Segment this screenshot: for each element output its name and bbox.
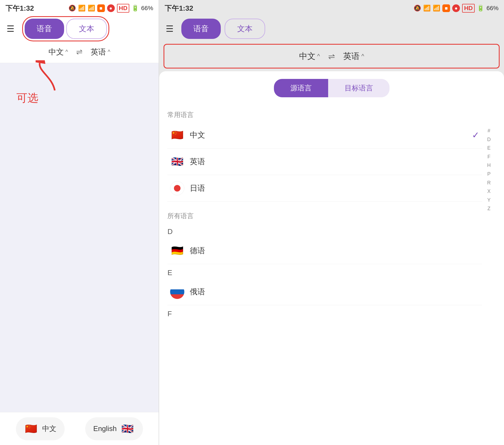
right-battery-pct: 66%	[486, 5, 499, 12]
left-lang-selector: 中文 ^ ⇌ 英语 ^	[0, 41, 159, 63]
right-orange-icon: ■	[445, 5, 448, 11]
wifi-icon: 📶	[78, 5, 85, 12]
right-app-icon-red: ●	[452, 4, 460, 12]
left-status-bar: 下午1:32 🔕 📶 📶 ■ ● HD 🔋 66%	[0, 0, 159, 16]
left-panel: 下午1:32 🔕 📶 📶 ■ ● HD 🔋 66% ☰ 语音 文本 中文 ^	[0, 0, 159, 445]
right-lang-bar-wrapper: 中文 ^ ⇌ 英语 ^	[159, 41, 504, 71]
chinese-name-right: 中文	[190, 130, 472, 140]
alpha-x[interactable]: X	[487, 187, 491, 196]
section-d: D	[167, 223, 482, 238]
alpha-hash[interactable]: #	[488, 127, 490, 135]
lang-row-japanese[interactable]: 日语	[167, 175, 482, 202]
alpha-f[interactable]: F	[488, 153, 491, 161]
app-icon-orange: ■	[97, 4, 105, 12]
russian-name-right: 俄语	[190, 287, 479, 297]
right-red-icon: ●	[455, 5, 458, 11]
right-hd-label: HD	[462, 4, 475, 13]
right-hamburger-icon[interactable]: ☰	[166, 24, 174, 34]
target-lang-label-left: 英语	[91, 47, 106, 57]
right-lang-selector-highlight: 中文 ^ ⇌ 英语 ^	[164, 44, 500, 69]
right-content-sheet: 源语言 目标语言 常用语言 🇨🇳 中文 ✓ 🇬🇧 英语	[159, 71, 504, 445]
right-battery-icon: 🔋	[477, 5, 484, 12]
german-name-right: 德语	[190, 246, 479, 256]
right-swap-icon[interactable]: ⇌	[328, 52, 335, 61]
right-source-label: 中文	[299, 51, 316, 62]
orange-icon-symbol: ■	[99, 5, 102, 11]
check-icon-chinese: ✓	[472, 130, 479, 140]
target-lang-toggle[interactable]: 目标语言	[328, 79, 390, 97]
right-app-icon-orange: ■	[442, 4, 450, 12]
english-flag: 🇬🇧	[121, 422, 135, 436]
source-lang-toggle[interactable]: 源语言	[274, 79, 328, 97]
alpha-p[interactable]: P	[487, 170, 491, 178]
alpha-y[interactable]: Y	[487, 196, 491, 204]
section-f: F	[167, 305, 482, 320]
lang-row-english[interactable]: 🇬🇧 英语	[167, 149, 482, 175]
alpha-d[interactable]: D	[487, 136, 491, 144]
alpha-z[interactable]: Z	[488, 205, 491, 213]
arrow-annotation	[36, 60, 63, 94]
right-status-bar: 下午1:32 🔕 📶 📶 ■ ● HD 🔋 66%	[159, 0, 504, 16]
hamburger-icon[interactable]: ☰	[7, 24, 15, 34]
target-lang-left[interactable]: 英语 ^	[91, 47, 110, 57]
alpha-r[interactable]: R	[487, 179, 491, 187]
alpha-h[interactable]: H	[487, 161, 491, 170]
common-section-header: 常用语言	[167, 105, 482, 122]
left-bottom-bar: 🇨🇳 中文 English 🇬🇧	[0, 412, 159, 445]
left-main-content: 可选	[0, 63, 159, 412]
red-icon-symbol: ●	[109, 5, 112, 11]
left-top-nav: ☰ 语音 文本	[0, 16, 159, 41]
source-lang-label-left: 中文	[48, 47, 64, 57]
right-source-lang[interactable]: 中文 ^	[299, 51, 320, 62]
text-tab-left[interactable]: 文本	[66, 19, 107, 39]
source-lang-left[interactable]: 中文 ^	[48, 47, 68, 57]
right-time: 下午1:32	[165, 4, 193, 13]
source-caret-left: ^	[65, 49, 68, 55]
swap-icon-left[interactable]: ⇌	[76, 47, 82, 56]
japanese-flag-right	[170, 181, 184, 195]
alpha-e[interactable]: E	[487, 144, 491, 152]
right-target-label: 英语	[343, 51, 360, 62]
lang-row-german[interactable]: 🇩🇪 德语	[167, 238, 482, 264]
battery-icon: 🔋	[131, 5, 139, 12]
lang-row-chinese[interactable]: 🇨🇳 中文 ✓	[167, 122, 482, 149]
bottom-english-item[interactable]: English 🇬🇧	[85, 417, 143, 440]
signal-icon: 📶	[88, 5, 95, 12]
chinese-label: 中文	[42, 424, 56, 433]
voice-tab-left[interactable]: 语音	[25, 19, 64, 39]
right-wifi-icon: 📶	[423, 5, 431, 12]
left-status-icons: 🔕 📶 📶 ■ ● HD 🔋 66%	[68, 4, 153, 13]
bottom-chinese-item[interactable]: 🇨🇳 中文	[16, 417, 65, 440]
section-e: E	[167, 264, 482, 279]
hd-label: HD	[117, 4, 130, 13]
right-signal-icon: 📶	[433, 5, 440, 12]
right-target-lang[interactable]: 英语 ^	[343, 51, 364, 62]
right-tabs: 语音 文本	[181, 19, 265, 39]
right-top-nav: ☰ 语音 文本	[159, 16, 504, 41]
text-tab-right[interactable]: 文本	[225, 19, 265, 39]
right-network-icon: 🔕	[414, 5, 421, 12]
english-flag-right: 🇬🇧	[170, 155, 184, 169]
voice-tab-right[interactable]: 语音	[181, 19, 221, 39]
language-list-container: 常用语言 🇨🇳 中文 ✓ 🇬🇧 英语 日语	[159, 105, 504, 445]
target-caret-left: ^	[108, 49, 110, 55]
german-flag-right: 🇩🇪	[170, 244, 184, 258]
tabs-highlight-box: 语音 文本	[22, 16, 109, 41]
english-label: English	[93, 424, 117, 433]
chinese-flag: 🇨🇳	[24, 422, 38, 436]
right-source-caret: ^	[317, 53, 320, 60]
chinese-flag-right: 🇨🇳	[170, 128, 184, 142]
battery-pct: 66%	[141, 5, 153, 12]
lang-row-russian[interactable]: 俄语	[167, 279, 482, 305]
english-name-right: 英语	[190, 156, 479, 167]
right-status-icons: 🔕 📶 📶 ■ ● HD 🔋 66%	[414, 4, 499, 13]
language-list-main: 常用语言 🇨🇳 中文 ✓ 🇬🇧 英语 日语	[167, 105, 482, 445]
app-icon-red: ●	[107, 4, 115, 12]
japanese-name-right: 日语	[190, 183, 479, 193]
network-icon: 🔕	[68, 5, 76, 12]
right-panel: 下午1:32 🔕 📶 📶 ■ ● HD 🔋 66% ☰ 语音 文本 中文	[159, 0, 504, 445]
optional-label: 可选	[16, 90, 38, 105]
russian-flag-right	[170, 285, 184, 299]
alphabet-index: # D E F H P R X Y Z	[482, 105, 496, 445]
source-target-toggle: 源语言 目标语言	[159, 71, 504, 105]
